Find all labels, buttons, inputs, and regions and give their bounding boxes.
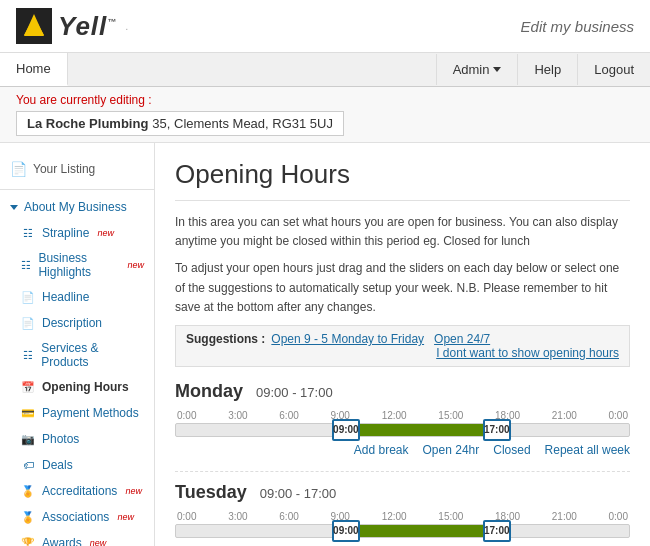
sidebar: 📄 Your Listing About My Business ☷ Strap… xyxy=(0,143,155,546)
edit-my-business-label: Edit my business xyxy=(521,18,634,35)
payment-label: Payment Methods xyxy=(42,406,139,420)
editing-label: You are currently editing : xyxy=(16,93,634,107)
payment-icon: 💳 xyxy=(20,405,36,421)
business-name: La Roche Plumbing xyxy=(27,116,148,131)
photos-label: Photos xyxy=(42,432,79,446)
svg-rect-0 xyxy=(16,8,52,44)
svg-marker-1 xyxy=(24,14,44,36)
editing-banner: You are currently editing : La Roche Plu… xyxy=(0,87,650,143)
business-name-bar: La Roche Plumbing 35, Clements Mead, RG3… xyxy=(16,111,344,136)
deals-label: Deals xyxy=(42,458,73,472)
monday-header: Monday 09:00 - 17:00 xyxy=(175,381,630,402)
your-listing-label: Your Listing xyxy=(33,162,95,176)
listing-icon: 📄 xyxy=(10,161,27,177)
awards-label: Awards xyxy=(42,536,82,546)
nav-admin[interactable]: Admin xyxy=(436,54,518,85)
sidebar-item-highlights[interactable]: ☷ Business Highlights new xyxy=(0,246,154,284)
strapline-label: Strapline xyxy=(42,226,89,240)
suggestion-open-247[interactable]: Open 24/7 xyxy=(434,332,490,346)
services-label: Services & Products xyxy=(41,341,144,369)
about-label: About My Business xyxy=(24,200,127,214)
tuesday-time: 09:00 - 17:00 xyxy=(260,486,337,501)
opening-hours-label: Opening Hours xyxy=(42,380,129,394)
sidebar-item-associations[interactable]: 🏅 Associations new xyxy=(0,504,154,530)
monday-closed[interactable]: Closed xyxy=(493,443,530,457)
description-icon: 📄 xyxy=(20,315,36,331)
sidebar-item-payment[interactable]: 💳 Payment Methods xyxy=(0,400,154,426)
monday-repeat-all-week[interactable]: Repeat all week xyxy=(545,443,630,457)
services-icon: ☷ xyxy=(20,347,35,363)
sidebar-item-your-listing[interactable]: 📄 Your Listing xyxy=(0,153,154,185)
header: Yell™ . Edit my business xyxy=(0,0,650,53)
suggestion-open-9-5[interactable]: Open 9 - 5 Monday to Friday xyxy=(271,332,424,346)
sidebar-item-awards[interactable]: 🏆 Awards new xyxy=(0,530,154,546)
monday-time-labels: 0:00 3:00 6:00 9:00 12:00 15:00 18:00 21… xyxy=(175,410,630,421)
strapline-badge: new xyxy=(97,228,114,238)
page-title: Opening Hours xyxy=(175,159,630,190)
admin-dropdown-arrow xyxy=(493,67,501,72)
sidebar-item-services[interactable]: ☷ Services & Products xyxy=(0,336,154,374)
sidebar-item-accreditations[interactable]: 🏅 Accreditations new xyxy=(0,478,154,504)
highlights-icon: ☷ xyxy=(20,257,32,273)
sidebar-about-my-business[interactable]: About My Business xyxy=(0,194,154,220)
nav-home[interactable]: Home xyxy=(0,53,68,86)
logo-tm: ™ xyxy=(107,17,117,27)
main-layout: 📄 Your Listing About My Business ☷ Strap… xyxy=(0,143,650,546)
nav-logout[interactable]: Logout xyxy=(577,54,650,85)
monday-add-break[interactable]: Add break xyxy=(354,443,409,457)
associations-label: Associations xyxy=(42,510,109,524)
logo-icon xyxy=(16,8,52,44)
headline-icon: 📄 xyxy=(20,289,36,305)
monday-handle-end[interactable]: 17:00 xyxy=(483,419,511,441)
monday-slider-container: 0:00 3:00 6:00 9:00 12:00 15:00 18:00 21… xyxy=(175,410,630,437)
description-text-2: To adjust your open hours just drag and … xyxy=(175,259,630,317)
nav-right: Admin Help Logout xyxy=(436,54,650,85)
logo-text: Yell™ xyxy=(58,11,117,42)
awards-icon: 🏆 xyxy=(20,535,36,546)
strapline-icon: ☷ xyxy=(20,225,36,241)
description-label: Description xyxy=(42,316,102,330)
tuesday-section: Tuesday 09:00 - 17:00 0:00 3:00 6:00 9:0… xyxy=(175,482,630,546)
deals-icon: 🏷 xyxy=(20,457,36,473)
associations-badge: new xyxy=(117,512,134,522)
photos-icon: 📷 xyxy=(20,431,36,447)
accreditations-label: Accreditations xyxy=(42,484,117,498)
logo-area: Yell™ . xyxy=(16,8,128,44)
tuesday-slider-fill xyxy=(346,525,497,537)
about-chevron-icon xyxy=(10,205,18,210)
tuesday-slider-container: 0:00 3:00 6:00 9:00 12:00 15:00 18:00 21… xyxy=(175,511,630,538)
highlights-label: Business Highlights xyxy=(38,251,119,279)
opening-hours-icon: 📅 xyxy=(20,379,36,395)
sidebar-item-headline[interactable]: 📄 Headline xyxy=(0,284,154,310)
tuesday-header: Tuesday 09:00 - 17:00 xyxy=(175,482,630,503)
sidebar-item-opening-hours[interactable]: 📅 Opening Hours xyxy=(0,374,154,400)
associations-icon: 🏅 xyxy=(20,509,36,525)
highlights-badge: new xyxy=(127,260,144,270)
monday-open-24hr[interactable]: Open 24hr xyxy=(423,443,480,457)
headline-label: Headline xyxy=(42,290,89,304)
monday-handle-start[interactable]: 09:00 xyxy=(332,419,360,441)
tuesday-time-labels: 0:00 3:00 6:00 9:00 12:00 15:00 18:00 21… xyxy=(175,511,630,522)
monday-time: 09:00 - 17:00 xyxy=(256,385,333,400)
description-text-1: In this area you can set what hours you … xyxy=(175,213,630,251)
sidebar-item-strapline[interactable]: ☷ Strapline new xyxy=(0,220,154,246)
tuesday-handle-start[interactable]: 09:00 xyxy=(332,520,360,542)
monday-section: Monday 09:00 - 17:00 0:00 3:00 6:00 9:00… xyxy=(175,381,630,457)
awards-badge: new xyxy=(90,538,107,546)
content-area: Opening Hours In this area you can set w… xyxy=(155,143,650,546)
sidebar-item-deals[interactable]: 🏷 Deals xyxy=(0,452,154,478)
logo-dot: . xyxy=(125,20,128,32)
suggestions-bar: Suggestions : Open 9 - 5 Monday to Frida… xyxy=(175,325,630,367)
sidebar-item-description[interactable]: 📄 Description xyxy=(0,310,154,336)
tuesday-slider-track[interactable]: 09:00 17:00 xyxy=(175,524,630,538)
monday-slider-fill xyxy=(346,424,497,436)
sidebar-item-photos[interactable]: 📷 Photos xyxy=(0,426,154,452)
monday-slider-track[interactable]: 09:00 17:00 xyxy=(175,423,630,437)
monday-actions: Add break Open 24hr Closed Repeat all we… xyxy=(175,443,630,457)
suggestion-no-hours[interactable]: I dont want to show opening hours xyxy=(436,346,619,360)
tuesday-handle-end[interactable]: 17:00 xyxy=(483,520,511,542)
accreditations-badge: new xyxy=(125,486,142,496)
nav-help[interactable]: Help xyxy=(517,54,577,85)
accreditations-icon: 🏅 xyxy=(20,483,36,499)
suggestions-label: Suggestions : xyxy=(186,332,265,346)
